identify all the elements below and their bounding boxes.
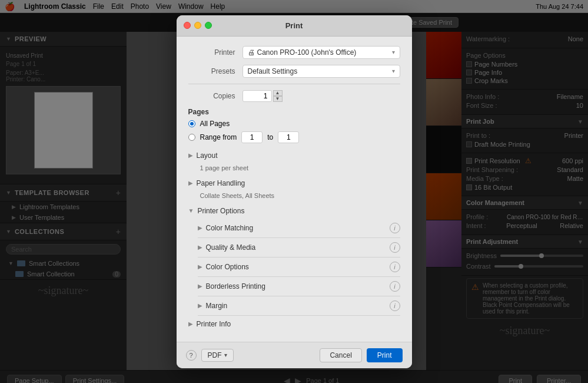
presets-label: Presets [188, 67, 235, 75]
printer-icon: 🖨 [248, 48, 255, 57]
modal-divider-1 [188, 84, 400, 84]
printer-options-arrow-icon: ▼ [188, 207, 194, 214]
all-pages-row: All Pages [188, 120, 400, 128]
printer-options-items: ▶ Color Matching i ▶ Quality & Media i [188, 219, 400, 316]
color-matching-row[interactable]: ▶ Color Matching i [198, 219, 400, 238]
printer-select-value: Canon PRO-100 (John's Office) [257, 48, 357, 57]
printer-info-label: Printer Info [197, 320, 231, 328]
color-options-label: Color Options [206, 263, 249, 271]
modal-minimize-button[interactable] [194, 22, 201, 29]
layout-section: ▶ Layout 1 page per sheet [188, 148, 400, 175]
quality-media-row[interactable]: ▶ Quality & Media i [198, 238, 400, 257]
presets-arrow-icon: ▾ [392, 68, 395, 74]
copies-decrement-button[interactable]: ▼ [273, 96, 283, 102]
paper-handling-section: ▶ Paper Handling Collate Sheets, All She… [188, 176, 400, 203]
layout-label: Layout [197, 151, 218, 160]
quality-media-label: Quality & Media [206, 243, 256, 252]
pdf-label: PDF [208, 351, 222, 359]
printer-row: Printer 🖨 Canon PRO-100 (John's Office) … [188, 46, 400, 59]
modal-cancel-button[interactable]: Cancel [320, 348, 361, 362]
margin-info-icon[interactable]: i [390, 301, 400, 311]
modal-titlebar: Print [177, 15, 412, 37]
color-matching-arrow-icon: ▶ [198, 224, 202, 231]
margin-arrow-icon: ▶ [198, 302, 202, 309]
modal-body: Printer 🖨 Canon PRO-100 (John's Office) … [177, 37, 412, 342]
pdf-arrow-icon: ▾ [224, 352, 227, 358]
copies-input[interactable] [242, 90, 272, 102]
range-from-input[interactable] [241, 131, 263, 143]
paper-handling-header[interactable]: ▶ Paper Handling [188, 176, 400, 191]
modal-help-button[interactable]: ? [186, 350, 197, 361]
color-options-info-icon[interactable]: i [390, 262, 400, 272]
copies-row: Copies ▲ ▼ [188, 90, 400, 102]
margin-label: Margin [206, 302, 228, 310]
range-to-label: to [267, 133, 273, 141]
modal-traffic-lights [184, 22, 212, 29]
layout-header[interactable]: ▶ Layout [188, 148, 400, 163]
paper-handling-detail: Collate Sheets, All Sheets [188, 191, 400, 203]
color-matching-info-icon[interactable]: i [390, 223, 400, 233]
borderless-arrow-icon: ▶ [198, 283, 202, 289]
copies-label: Copies [188, 92, 235, 100]
printer-label: Printer [188, 48, 235, 57]
all-pages-radio[interactable] [188, 120, 195, 127]
presets-value: Default Settings [248, 67, 298, 75]
layout-arrow-icon: ▶ [188, 152, 193, 159]
borderless-info-icon[interactable]: i [390, 281, 400, 292]
presets-select[interactable]: Default Settings ▾ [242, 65, 400, 78]
layout-detail: 1 page per sheet [188, 163, 400, 175]
modal-title: Print [285, 21, 303, 30]
printer-options-label: Printer Options [197, 207, 244, 215]
modal-maximize-button[interactable] [205, 22, 212, 29]
borderless-printing-row[interactable]: ▶ Borderless Printing i [198, 277, 400, 296]
modal-print-button[interactable]: Print [367, 348, 403, 362]
color-options-arrow-icon: ▶ [198, 263, 202, 270]
print-modal: Print Printer 🖨 Canon PRO-100 (John's Of… [177, 15, 412, 368]
pages-label: Pages [188, 108, 400, 116]
modal-footer-right: Cancel Print [320, 348, 402, 362]
printer-select[interactable]: 🖨 Canon PRO-100 (John's Office) ▾ [242, 46, 400, 59]
range-to-input[interactable] [278, 131, 299, 143]
range-pages-row: Range from to [188, 131, 400, 143]
printer-info-header[interactable]: ▶ Printer Info [188, 316, 400, 332]
paper-handling-label: Paper Handling [197, 179, 245, 187]
modal-footer-left: ? PDF ▾ [186, 349, 234, 362]
borderless-label: Borderless Printing [206, 282, 265, 290]
modal-close-button[interactable] [184, 22, 191, 29]
pages-section: Pages All Pages Range from to [188, 108, 400, 143]
all-pages-label: All Pages [200, 120, 230, 128]
printer-options-section: ▼ Printer Options ▶ Color Matching i [188, 203, 400, 316]
presets-row: Presets Default Settings ▾ [188, 65, 400, 78]
printer-options-header[interactable]: ▼ Printer Options [188, 203, 400, 219]
range-radio[interactable] [188, 134, 195, 141]
printer-info-section: ▶ Printer Info [188, 316, 400, 332]
modal-footer: ? PDF ▾ Cancel Print [177, 342, 412, 368]
range-from-label: Range from [200, 133, 237, 141]
printer-info-arrow-icon: ▶ [188, 321, 193, 327]
quality-media-arrow-icon: ▶ [198, 244, 202, 250]
modal-pdf-button[interactable]: PDF ▾ [201, 349, 234, 362]
printer-select-arrow-icon: ▾ [392, 49, 395, 55]
modal-overlay: Print Printer 🖨 Canon PRO-100 (John's Of… [0, 0, 588, 383]
copies-increment-button[interactable]: ▲ [273, 90, 283, 96]
copies-stepper: ▲ ▼ [273, 90, 283, 102]
margin-row[interactable]: ▶ Margin i [198, 296, 400, 316]
color-options-row[interactable]: ▶ Color Options i [198, 257, 400, 277]
paper-handling-arrow-icon: ▶ [188, 180, 193, 186]
color-matching-label: Color Matching [206, 224, 254, 232]
quality-media-info-icon[interactable]: i [390, 242, 400, 253]
